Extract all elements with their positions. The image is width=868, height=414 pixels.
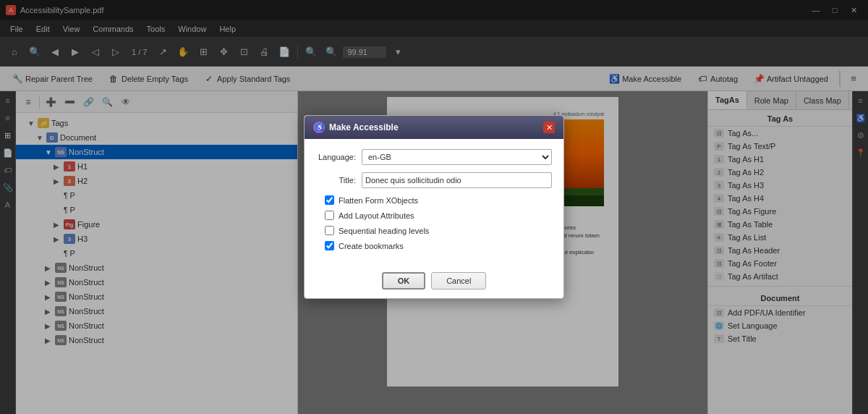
sequential-heading-label: Sequential heading levels	[339, 227, 429, 235]
add-layout-label: Add Layout Attributes	[339, 211, 414, 220]
flatten-form-label: Flatten Form XObjects	[339, 196, 418, 205]
language-label: Language:	[316, 153, 356, 161]
title-row: Title:	[316, 172, 552, 188]
sequential-heading-checkbox[interactable]	[325, 226, 334, 235]
flatten-form-checkbox[interactable]	[325, 195, 334, 205]
modal-close-button[interactable]: ✕	[543, 122, 555, 133]
ok-button[interactable]: OK	[382, 272, 426, 290]
modal-overlay: ♿ Make Accessible ✕ Language: en-GB en-U…	[0, 0, 868, 414]
modal-header: ♿ Make Accessible ✕	[305, 116, 563, 139]
language-row: Language: en-GB en-US fr-FR de-DE	[316, 149, 552, 165]
add-layout-checkbox[interactable]	[325, 211, 334, 220]
flatten-form-row: Flatten Form XObjects	[316, 195, 552, 205]
modal-footer: OK Cancel	[305, 266, 563, 298]
create-bookmarks-row: Create bookmarks	[316, 241, 552, 250]
cancel-button[interactable]: Cancel	[431, 272, 486, 290]
add-layout-row: Add Layout Attributes	[316, 211, 552, 220]
create-bookmarks-label: Create bookmarks	[339, 242, 404, 250]
language-select[interactable]: en-GB en-US fr-FR de-DE	[362, 149, 552, 165]
modal-app-icon: ♿	[313, 122, 325, 133]
modal-body: Language: en-GB en-US fr-FR de-DE Title:…	[305, 139, 563, 266]
sequential-heading-row: Sequential heading levels	[316, 226, 552, 235]
title-input[interactable]	[362, 172, 552, 188]
create-bookmarks-checkbox[interactable]	[325, 241, 334, 250]
make-accessible-modal: ♿ Make Accessible ✕ Language: en-GB en-U…	[304, 115, 564, 299]
modal-title: Make Accessible	[329, 122, 399, 132]
title-label: Title:	[316, 176, 356, 185]
